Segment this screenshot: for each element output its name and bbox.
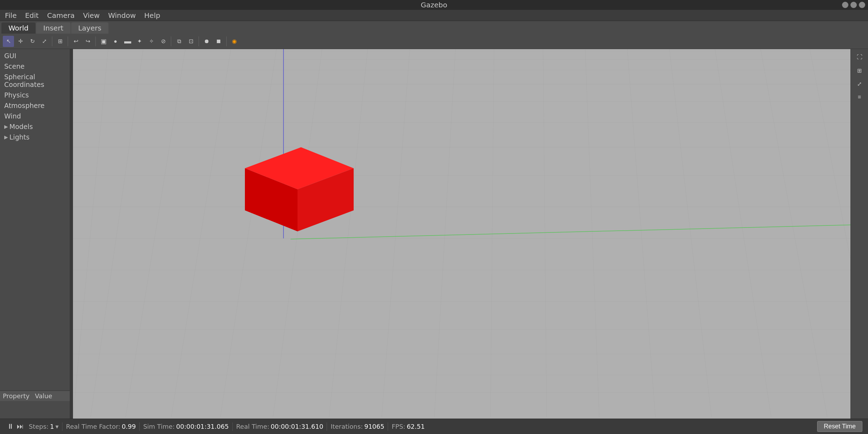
sim-time-label: Sim Time: (143, 423, 175, 430)
fps-label: FPS: (392, 423, 405, 430)
redo-button[interactable]: ↪ (82, 36, 93, 47)
right-icon-strip: ⛶ ⊞ ⤢ ≡ (850, 49, 868, 419)
toolbar-separator-5 (199, 36, 199, 46)
tree-item-lights-label: Lights (9, 133, 29, 141)
screenshot-button[interactable]: ⏹ (213, 36, 224, 47)
svg-line-21 (273, 49, 322, 417)
tree-item-physics[interactable]: Physics (0, 90, 70, 100)
real-time-label: Real Time: (236, 423, 269, 430)
tree-item-spherical[interactable]: Spherical Coordinates (0, 72, 70, 90)
scale-button[interactable]: ⤢ (39, 36, 50, 47)
paste-button[interactable]: ⊡ (185, 36, 196, 47)
menu-view[interactable]: View (80, 11, 103, 20)
left-panel: GUI Scene Spherical Coordinates Physics … (0, 49, 70, 419)
menu-camera[interactable]: Camera (44, 11, 78, 20)
iterations-item: Iterations: 91065 (327, 423, 388, 430)
insert-spotlight-button[interactable]: ✧ (146, 36, 157, 47)
insert-box-button[interactable]: ▣ (98, 36, 109, 47)
sim-time-value: 00:00:01:31.065 (176, 423, 229, 430)
tree-item-lights[interactable]: ▶ Lights (0, 132, 70, 142)
svg-line-29 (669, 49, 712, 417)
insert-cylinder-button[interactable]: ▬ (122, 36, 133, 47)
rtf-value: 0.99 (122, 423, 136, 430)
insert-sphere-button[interactable]: ● (110, 36, 121, 47)
titlebar: Gazebo (0, 0, 868, 10)
chart-button[interactable]: ≡ (854, 91, 866, 103)
snap-button[interactable]: ⊞ (54, 36, 66, 47)
steps-value: 1 (50, 423, 54, 430)
svg-line-23 (382, 49, 410, 417)
rotate-button[interactable]: ↻ (27, 36, 38, 47)
tree-item-scene-label: Scene (4, 62, 25, 70)
tree-item-scene[interactable]: Scene (0, 61, 70, 72)
tab-layers[interactable]: Layers (71, 22, 108, 34)
steps-label: Steps: (29, 423, 48, 430)
expand-button[interactable]: ⤢ (854, 78, 866, 90)
tree-item-wind[interactable]: Wind (0, 111, 70, 121)
menu-edit[interactable]: Edit (21, 11, 42, 20)
copy-button[interactable]: ⧉ (173, 36, 185, 47)
svg-line-34 (291, 224, 850, 239)
svg-line-30 (715, 49, 771, 417)
tree-item-models[interactable]: ▶ Models (0, 121, 70, 132)
grid-canvas (73, 49, 850, 419)
models-expand-arrow: ▶ (4, 124, 8, 129)
insert-dirlight-button[interactable]: ⊘ (158, 36, 169, 47)
tree-item-gui[interactable]: GUI (0, 50, 70, 61)
world-tree: GUI Scene Spherical Coordinates Physics … (0, 49, 70, 391)
svg-line-26 (543, 49, 547, 417)
minimize-btn[interactable] (842, 2, 848, 8)
toolbar-separator-2 (68, 36, 68, 46)
steps-dropdown[interactable]: ▾ (55, 423, 59, 430)
svg-line-19 (171, 49, 231, 417)
sim-time-item: Sim Time: 00:00:01:31.065 (140, 423, 232, 430)
maximize-btn[interactable] (850, 2, 857, 8)
tab-bar: World Insert Layers (0, 21, 868, 34)
pause-button[interactable]: ⏸ (6, 422, 15, 432)
svg-line-27 (585, 49, 599, 417)
svg-line-20 (220, 49, 276, 417)
steps-item: Steps: 1 ▾ (25, 423, 62, 430)
window-controls (842, 2, 865, 8)
tab-insert[interactable]: Insert (36, 22, 70, 34)
statusbar: ⏸ ⏭ Steps: 1 ▾ Real Time Factor: 0.99 Si… (0, 419, 868, 434)
step-button[interactable]: ⏭ (15, 422, 25, 432)
toolbar-separator-1 (52, 36, 52, 46)
svg-line-22 (329, 49, 368, 417)
properties-panel: Property Value (0, 391, 70, 419)
prop-col-value: Value (35, 392, 67, 400)
viewport[interactable] (73, 49, 850, 419)
real-time-value: 00:00:01:31.610 (271, 423, 323, 430)
menu-window[interactable]: Window (105, 11, 139, 20)
tab-world[interactable]: World (1, 22, 35, 34)
tree-item-atmosphere[interactable]: Atmosphere (0, 100, 70, 111)
resize-handle[interactable] (70, 49, 73, 419)
maximize-view-button[interactable]: ⛶ (854, 51, 866, 63)
menu-help[interactable]: Help (141, 11, 164, 20)
toolbar-separator-3 (95, 36, 96, 46)
main-area: GUI Scene Spherical Coordinates Physics … (0, 49, 868, 419)
rtf-label: Real Time Factor: (66, 423, 120, 430)
svg-line-18 (126, 49, 185, 417)
tree-item-atmosphere-label: Atmosphere (4, 102, 45, 109)
undo-button[interactable]: ↩ (70, 36, 81, 47)
select-mode-button[interactable]: ↖ (3, 36, 14, 47)
menu-file[interactable]: File (1, 11, 20, 20)
tree-item-gui-label: GUI (4, 52, 16, 60)
iterations-label: Iterations: (330, 423, 363, 430)
svg-line-31 (761, 49, 827, 417)
tree-item-physics-label: Physics (4, 91, 29, 99)
grid-view-button[interactable]: ⊞ (854, 65, 866, 76)
tree-item-models-label: Models (9, 123, 33, 130)
translate-button[interactable]: ✛ (15, 36, 26, 47)
real-time-item: Real Time: 00:00:01:31.610 (233, 423, 327, 430)
insert-pointlight-button[interactable]: ✦ (134, 36, 145, 47)
reset-time-button[interactable]: Reset Time (817, 421, 862, 432)
svg-line-24 (434, 49, 455, 417)
app-title: Gazebo (421, 1, 447, 9)
fps-item: FPS: 62.51 (388, 423, 428, 430)
close-btn[interactable] (859, 2, 865, 8)
toolbar: ↖ ✛ ↻ ⤢ ⊞ ↩ ↪ ▣ ● ▬ ✦ ✧ ⊘ ⧉ ⊡ ⏺ ⏹ ◉ (0, 34, 868, 49)
orange-icon-button[interactable]: ◉ (229, 36, 240, 47)
record-button[interactable]: ⏺ (201, 36, 212, 47)
